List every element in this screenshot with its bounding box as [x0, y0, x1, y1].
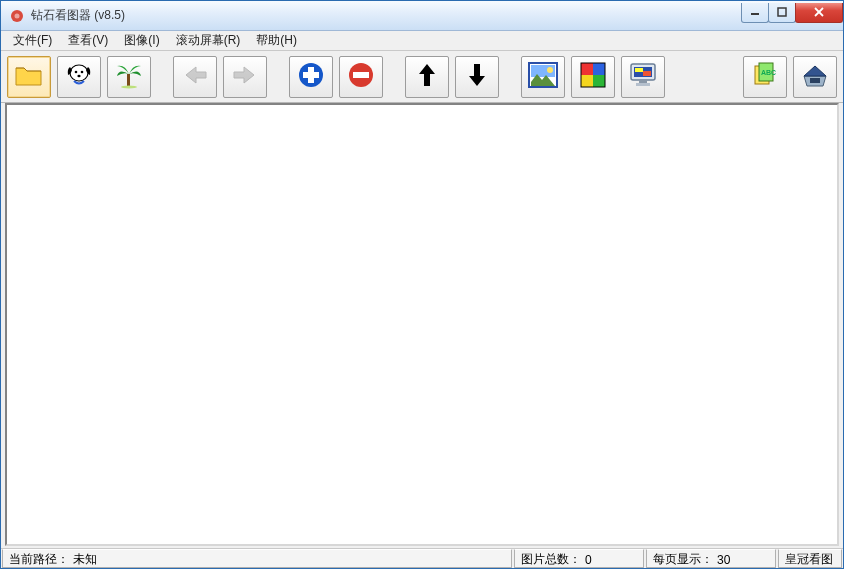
- status-perpage: 每页显示： 30: [646, 549, 776, 568]
- monitor-button[interactable]: [621, 56, 665, 98]
- svg-point-9: [77, 75, 80, 77]
- move-up-button[interactable]: [405, 56, 449, 98]
- status-total-label: 图片总数：: [521, 551, 581, 568]
- zoom-out-button[interactable]: [339, 56, 383, 98]
- svg-rect-27: [635, 68, 643, 72]
- picture-icon: [528, 62, 558, 91]
- minimize-button[interactable]: [741, 3, 769, 23]
- menu-scroll[interactable]: 滚动屏幕(R): [168, 30, 249, 51]
- menu-view[interactable]: 查看(V): [60, 30, 116, 51]
- menu-help[interactable]: 帮助(H): [248, 30, 305, 51]
- minus-icon: [347, 61, 375, 92]
- toolbar: ABC: [1, 51, 843, 103]
- palm-tree-icon: [114, 60, 144, 93]
- svg-rect-22: [581, 75, 593, 87]
- arrow-down-icon: [467, 62, 487, 91]
- svg-point-1: [15, 13, 20, 18]
- scanner-icon: [800, 62, 830, 91]
- svg-text:ABC: ABC: [761, 69, 776, 76]
- status-path-label: 当前路径：: [9, 551, 69, 568]
- scanner-button[interactable]: [793, 56, 837, 98]
- status-path-value: 未知: [73, 551, 97, 568]
- status-perpage-value: 30: [717, 553, 730, 567]
- svg-rect-20: [581, 63, 593, 75]
- arrow-up-icon: [417, 62, 437, 91]
- status-perpage-label: 每页显示：: [653, 551, 713, 568]
- next-button[interactable]: [223, 56, 267, 98]
- open-folder-button[interactable]: [7, 56, 51, 98]
- palm-button[interactable]: [107, 56, 151, 98]
- tags-button[interactable]: ABC: [743, 56, 787, 98]
- dog-button[interactable]: [57, 56, 101, 98]
- status-brand: 皇冠看图: [778, 549, 842, 568]
- thumbnail-button[interactable]: [521, 56, 565, 98]
- svg-rect-3: [778, 8, 786, 16]
- maximize-button[interactable]: [768, 3, 796, 23]
- status-brand-text: 皇冠看图: [785, 551, 833, 568]
- svg-point-7: [75, 71, 78, 74]
- app-window: 钻石看图器 (v8.5) 文件(F) 查看(V) 图像(I) 滚动屏幕(R) 帮…: [0, 0, 844, 569]
- svg-rect-21: [593, 63, 605, 75]
- arrow-left-icon: [182, 65, 208, 88]
- svg-rect-16: [353, 72, 369, 78]
- svg-rect-28: [643, 71, 651, 76]
- monitor-icon: [628, 61, 658, 92]
- dog-icon: [64, 61, 94, 92]
- svg-point-6: [70, 65, 88, 81]
- svg-rect-14: [308, 67, 314, 83]
- arrow-right-icon: [232, 65, 258, 88]
- tags-icon: ABC: [750, 61, 780, 92]
- svg-rect-34: [810, 78, 820, 83]
- zoom-in-button[interactable]: [289, 56, 333, 98]
- svg-rect-29: [639, 80, 647, 83]
- menu-file[interactable]: 文件(F): [5, 30, 60, 51]
- app-icon: [9, 8, 25, 24]
- statusbar: 当前路径： 未知 图片总数： 0 每页显示： 30 皇冠看图: [1, 548, 843, 568]
- svg-rect-10: [127, 74, 130, 86]
- move-down-button[interactable]: [455, 56, 499, 98]
- image-viewport[interactable]: [5, 103, 839, 546]
- svg-point-19: [547, 67, 553, 73]
- status-total-value: 0: [585, 553, 592, 567]
- colors-button[interactable]: [571, 56, 615, 98]
- window-controls: [742, 3, 843, 23]
- titlebar: 钻石看图器 (v8.5): [1, 1, 843, 31]
- prev-button[interactable]: [173, 56, 217, 98]
- svg-point-11: [121, 86, 137, 89]
- status-path: 当前路径： 未知: [2, 549, 512, 568]
- folder-icon: [14, 62, 44, 91]
- menu-image[interactable]: 图像(I): [116, 30, 167, 51]
- menubar: 文件(F) 查看(V) 图像(I) 滚动屏幕(R) 帮助(H): [1, 31, 843, 51]
- plus-icon: [297, 61, 325, 92]
- close-button[interactable]: [795, 3, 843, 23]
- window-title: 钻石看图器 (v8.5): [31, 7, 125, 24]
- svg-rect-23: [593, 75, 605, 87]
- status-total: 图片总数： 0: [514, 549, 644, 568]
- svg-rect-30: [636, 83, 650, 86]
- color-grid-icon: [580, 62, 606, 91]
- svg-point-8: [81, 71, 84, 74]
